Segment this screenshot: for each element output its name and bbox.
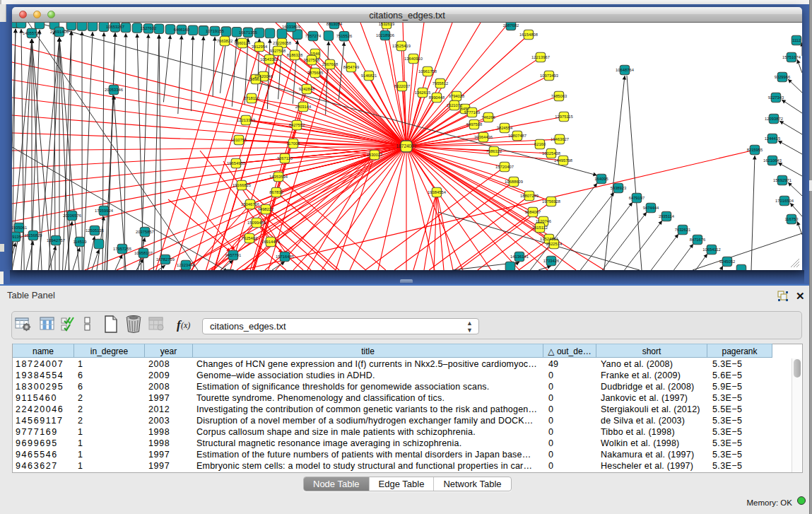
svg-text:8471676: 8471676	[690, 238, 706, 242]
svg-text:15692971: 15692971	[773, 178, 792, 182]
svg-text:10688609: 10688609	[505, 180, 523, 184]
svg-text:15720407: 15720407	[495, 165, 514, 169]
svg-text:19166825: 19166825	[233, 183, 251, 187]
svg-text:7485063: 7485063	[551, 94, 567, 98]
svg-text:10218906: 10218906	[376, 33, 394, 37]
svg-text:9527508: 9527508	[304, 58, 320, 62]
svg-text:9329966: 9329966	[775, 75, 791, 79]
svg-text:10648764: 10648764	[616, 68, 635, 72]
svg-text:10807487: 10807487	[508, 134, 526, 138]
svg-text:15046766: 15046766	[241, 202, 259, 206]
svg-text:10719155: 10719155	[206, 29, 224, 33]
svg-text:20375857: 20375857	[136, 230, 154, 234]
svg-text:39135: 39135	[12, 235, 21, 239]
svg-text:10543362: 10543362	[260, 57, 278, 62]
svg-text:16782759: 16782759	[156, 257, 175, 262]
svg-text:116753: 116753	[785, 217, 799, 221]
svg-text:18807249: 18807249	[520, 194, 539, 198]
svg-text:2087682: 2087682	[503, 23, 519, 28]
svg-text:6497508: 6497508	[466, 122, 483, 127]
svg-text:9474444: 9474444	[643, 206, 659, 210]
svg-text:1733426: 1733426	[543, 259, 560, 263]
svg-text:18724007: 18724007	[396, 144, 417, 148]
svg-text:9227343: 9227343	[768, 95, 784, 100]
svg-text:746266: 746266	[481, 115, 495, 119]
svg-text:15099489: 15099489	[247, 221, 266, 225]
svg-text:10654112: 10654112	[702, 247, 720, 252]
svg-text:3824554: 3824554	[497, 126, 513, 130]
svg-text:7357274: 7357274	[305, 34, 322, 38]
svg-text:23226058: 23226058	[273, 41, 291, 45]
svg-text:13942757: 13942757	[47, 238, 65, 243]
svg-text:1527602: 1527602	[141, 26, 157, 30]
svg-text:13525419: 13525419	[392, 44, 411, 48]
svg-text:19384554: 19384554	[428, 190, 447, 194]
svg-text:12213363: 12213363	[237, 118, 255, 122]
svg-text:17016504: 17016504	[775, 199, 794, 203]
svg-text:2718110: 2718110	[244, 96, 259, 100]
svg-text:8215955: 8215955	[747, 148, 763, 152]
svg-text:3267110: 3267110	[277, 156, 293, 160]
svg-text:10653267: 10653267	[106, 25, 124, 29]
svg-text:10973493: 10973493	[540, 74, 558, 78]
svg-text:12093872: 12093872	[765, 117, 783, 121]
svg-text:7386322: 7386322	[486, 149, 502, 153]
svg-text:3912954: 3912954	[252, 45, 268, 49]
svg-text:164095: 164095	[594, 177, 608, 181]
svg-text:10958107: 10958107	[134, 251, 153, 255]
svg-text:6466160: 6466160	[174, 28, 190, 32]
svg-text:11156829: 11156829	[25, 233, 42, 238]
svg-text:12213967: 12213967	[531, 55, 550, 59]
svg-text:15751074: 15751074	[782, 55, 801, 59]
svg-text:8813054: 8813054	[326, 23, 343, 26]
svg-text:20364436: 20364436	[474, 135, 493, 139]
svg-text:16210643: 16210643	[763, 158, 782, 163]
svg-text:7625402: 7625402	[242, 236, 258, 240]
svg-text:16033809: 16033809	[282, 25, 300, 29]
svg-text:20053346: 20053346	[105, 88, 123, 92]
svg-text:17957255: 17957255	[113, 247, 131, 251]
svg-text:2522514: 2522514	[546, 242, 563, 246]
svg-text:10025438: 10025438	[542, 151, 560, 156]
svg-text:62160: 62160	[534, 142, 546, 146]
svg-text:5938923: 5938923	[611, 186, 627, 190]
svg-text:(x): (x)	[181, 320, 190, 330]
svg-text:9457791: 9457791	[225, 253, 242, 257]
svg-text:10961758: 10961758	[418, 69, 437, 74]
svg-text:9327508: 9327508	[270, 49, 286, 53]
svg-text:9777169: 9777169	[464, 110, 481, 115]
svg-text:8322037: 8322037	[394, 84, 411, 88]
svg-text:9146821: 9146821	[361, 74, 377, 78]
svg-text:14353594: 14353594	[269, 175, 288, 179]
svg-text:9084067: 9084067	[525, 210, 541, 214]
svg-text:8427552: 8427552	[289, 123, 305, 127]
svg-text:1530027: 1530027	[367, 153, 383, 157]
svg-text:114519: 114519	[73, 240, 87, 244]
svg-text:12323446: 12323446	[177, 263, 195, 267]
svg-text:1935061: 1935061	[12, 226, 27, 230]
svg-text:9245052: 9245052	[719, 259, 736, 264]
svg-text:9498222: 9498222	[258, 207, 274, 211]
svg-text:1362615: 1362615	[415, 90, 431, 95]
svg-text:13640910: 13640910	[404, 57, 423, 61]
svg-text:14136141: 14136141	[510, 255, 529, 259]
svg-text:13524851: 13524851	[540, 237, 558, 241]
svg-text:7663822: 7663822	[217, 39, 233, 43]
svg-text:7515526: 7515526	[336, 34, 353, 38]
svg-text:1532619: 1532619	[379, 23, 395, 26]
svg-text:2803144: 2803144	[295, 105, 312, 109]
svg-text:19463627: 19463627	[551, 137, 569, 141]
svg-text:6479197: 6479197	[629, 196, 645, 200]
svg-text:1546: 1546	[311, 52, 320, 56]
svg-text:19654955: 19654955	[227, 161, 245, 165]
svg-text:8990448: 8990448	[429, 95, 445, 100]
svg-text:16671355: 16671355	[239, 30, 257, 35]
svg-text:16154808: 16154808	[519, 33, 538, 37]
svg-text:15716485: 15716485	[276, 255, 294, 259]
svg-text:98961: 98961	[250, 77, 261, 81]
svg-text:20206576: 20206576	[63, 214, 81, 218]
svg-text:16914479: 16914479	[261, 240, 280, 244]
svg-text:3875685: 3875685	[307, 71, 324, 75]
svg-text:1010755: 1010755	[231, 138, 247, 142]
svg-text:1615112: 1615112	[532, 226, 548, 230]
